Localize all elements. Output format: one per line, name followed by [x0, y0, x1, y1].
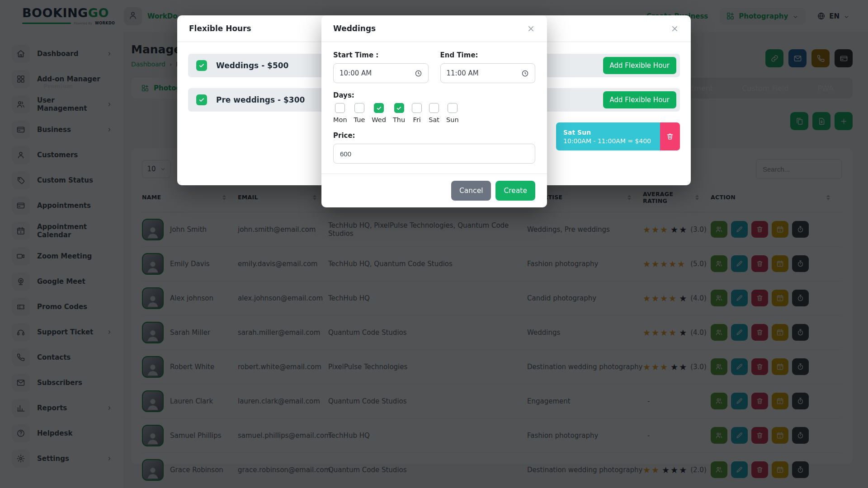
day-label: Sun — [446, 116, 459, 123]
day-checkbox[interactable] — [374, 103, 384, 113]
day-option: Sun — [446, 103, 459, 123]
clock-icon[interactable] — [521, 70, 529, 77]
day-option: Sat — [429, 103, 439, 123]
check-icon — [396, 105, 402, 111]
trash-icon — [666, 132, 674, 141]
close-icon[interactable] — [527, 24, 535, 33]
start-time-input[interactable]: 10:00 AM — [333, 63, 429, 83]
check-icon — [376, 105, 382, 111]
weddings-modal-title: Weddings — [333, 24, 376, 33]
service-label: Pre weddings - $300 — [216, 95, 305, 104]
delete-slot-button[interactable] — [660, 122, 680, 150]
add-flexible-hour-button[interactable]: Add Flexible Hour — [603, 91, 676, 108]
flexible-hours-title: Flexible Hours — [189, 24, 251, 33]
day-label: Thu — [393, 116, 405, 123]
end-time-input[interactable]: 11:00 AM — [440, 63, 536, 83]
slot-days: Sat Sun — [563, 129, 653, 136]
end-time-label: End Time: — [440, 51, 536, 59]
service-checkbox[interactable] — [196, 94, 207, 105]
day-option: Wed — [372, 103, 386, 123]
create-button[interactable]: Create — [495, 181, 535, 201]
days-label: Days: — [333, 91, 535, 99]
add-flexible-hour-button[interactable]: Add Flexible Hour — [603, 57, 676, 74]
weddings-modal: Weddings Start Time : 10:00 AM End Time:… — [321, 15, 547, 207]
close-icon[interactable] — [670, 24, 679, 33]
cancel-button[interactable]: Cancel — [451, 181, 491, 201]
day-option: Tue — [354, 103, 365, 123]
service-checkbox[interactable] — [196, 60, 207, 71]
day-checkbox[interactable] — [412, 103, 422, 113]
start-time-label: Start Time : — [333, 51, 429, 59]
price-label: Price: — [333, 131, 535, 140]
day-option: Thu — [393, 103, 405, 123]
price-input[interactable] — [333, 144, 535, 164]
day-option: Fri — [412, 103, 422, 123]
slot-time: 10:00AM - 11:00AM = $400 — [563, 137, 653, 145]
day-checkbox[interactable] — [335, 103, 345, 113]
day-label: Fri — [413, 116, 421, 123]
day-label: Sat — [429, 116, 439, 123]
day-checkbox[interactable] — [429, 103, 439, 113]
check-icon — [198, 62, 205, 69]
day-label: Mon — [333, 116, 347, 123]
flexible-slot-chip: Sat Sun 10:00AM - 11:00AM = $400 — [556, 122, 660, 150]
day-checkbox[interactable] — [448, 103, 458, 113]
clock-icon[interactable] — [415, 70, 422, 77]
days-checkbox-group: Mon Tue Wed Thu Fri Sat — [333, 103, 535, 123]
day-checkbox[interactable] — [394, 103, 404, 113]
day-label: Tue — [354, 116, 365, 123]
service-label: Weddings - $500 — [216, 61, 288, 70]
day-checkbox[interactable] — [354, 103, 364, 113]
day-option: Mon — [333, 103, 347, 123]
check-icon — [198, 97, 205, 103]
day-label: Wed — [372, 116, 386, 123]
